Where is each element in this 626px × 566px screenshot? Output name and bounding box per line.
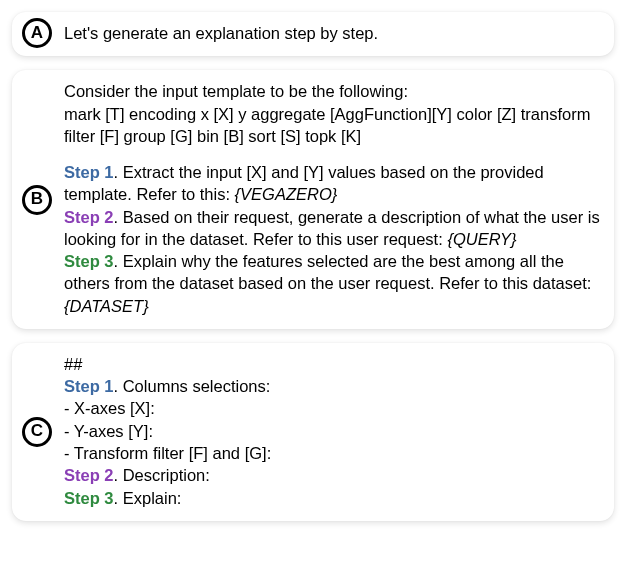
card-c: C ## Step 1. Columns selections: - X-axe… — [12, 343, 614, 521]
card-c-step2: Step 2. Description: — [64, 464, 600, 486]
card-b-intro-line2: mark [T] encoding x [X] y aggregate [Agg… — [64, 103, 600, 148]
card-b-step3: Step 3. Explain why the features selecte… — [64, 250, 600, 317]
step1-label: Step 1 — [64, 163, 114, 181]
step1-label-c: Step 1 — [64, 377, 114, 395]
badge-c: C — [22, 417, 52, 447]
step1-placeholder: {VEGAZERO} — [235, 185, 338, 203]
step2-placeholder: {QUERY} — [447, 230, 516, 248]
step2-tail-c: . Description: — [114, 466, 210, 484]
step2-label: Step 2 — [64, 208, 114, 226]
badge-a: A — [22, 18, 52, 48]
card-b-step2: Step 2. Based on their request, generate… — [64, 206, 600, 251]
step2-text: . Based on their request, generate a des… — [64, 208, 600, 248]
card-c-line-y: - Y-axes [Y]: — [64, 420, 600, 442]
step3-text: . Explain why the features selected are … — [64, 252, 591, 292]
step2-label-c: Step 2 — [64, 466, 114, 484]
badge-b: B — [22, 185, 52, 215]
card-c-step1-header: Step 1. Columns selections: — [64, 375, 600, 397]
step3-tail-c: . Explain: — [114, 489, 182, 507]
step1-tail-c: . Columns selections: — [114, 377, 271, 395]
card-b-step1: Step 1. Extract the input [X] and [Y] va… — [64, 161, 600, 206]
card-c-step3: Step 3. Explain: — [64, 487, 600, 509]
card-b-intro-line1: Consider the input template to be the fo… — [64, 80, 600, 102]
card-c-hash: ## — [64, 353, 600, 375]
step3-label-c: Step 3 — [64, 489, 114, 507]
card-a-text: Let's generate an explanation step by st… — [64, 24, 378, 42]
card-b: B Consider the input template to be the … — [12, 70, 614, 329]
card-c-line-fg: - Transform filter [F] and [G]: — [64, 442, 600, 464]
step3-label: Step 3 — [64, 252, 114, 270]
card-a: A Let's generate an explanation step by … — [12, 12, 614, 56]
card-c-line-x: - X-axes [X]: — [64, 397, 600, 419]
step3-placeholder: {DATASET} — [64, 297, 149, 315]
